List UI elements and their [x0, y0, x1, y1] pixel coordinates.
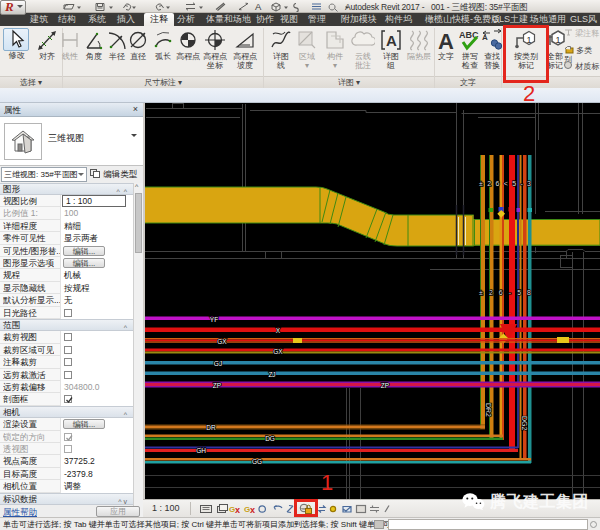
svg-text:ZP: ZP: [213, 382, 221, 389]
svg-text:DR2: DR2: [485, 403, 492, 417]
svg-text:GH: GH: [196, 447, 206, 454]
svg-text:x: x: [235, 505, 240, 515]
svg-text:ZJ: ZJ: [268, 371, 275, 378]
svg-text:GG: GG: [252, 458, 262, 465]
svg-text:GJ: GJ: [214, 360, 222, 367]
svg-text:DR: DR: [206, 424, 216, 431]
svg-text:DG2: DG2: [521, 416, 528, 431]
svg-text:GX: GX: [273, 348, 283, 355]
svg-text:YF: YF: [210, 316, 218, 323]
svg-text:DG: DG: [265, 435, 275, 442]
svg-text:1: 1: [556, 35, 561, 45]
svg-text:A: A: [255, 1, 262, 12]
svg-text:A: A: [386, 32, 397, 49]
svg-text:x: x: [250, 505, 255, 515]
svg-text:A: A: [482, 33, 488, 42]
svg-text:GX: GX: [217, 338, 227, 345]
svg-text:X: X: [276, 327, 281, 334]
svg-text:ZP: ZP: [381, 382, 389, 389]
